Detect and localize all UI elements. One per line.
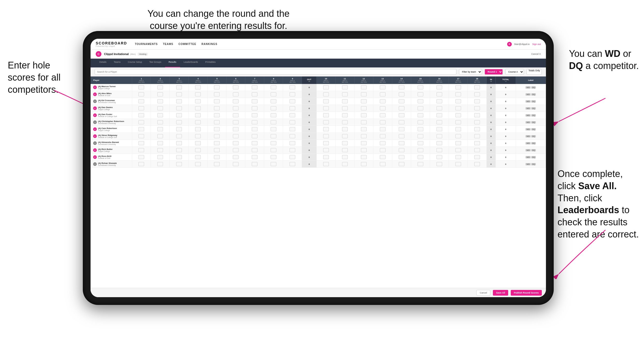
score-input-hole-6[interactable] — [233, 134, 239, 138]
score-input-hole-14[interactable] — [399, 162, 404, 166]
score-input-hole-9[interactable] — [290, 162, 295, 166]
score-hole-5[interactable] — [208, 105, 226, 112]
score-input-hole-11[interactable] — [342, 120, 348, 124]
score-hole-7[interactable] — [245, 84, 264, 91]
score-hole-17[interactable] — [449, 154, 468, 161]
score-input-hole-12[interactable] — [361, 162, 367, 166]
score-input-hole-4[interactable] — [195, 155, 201, 159]
score-hole-5[interactable] — [208, 126, 226, 133]
tab-printables[interactable]: Printables — [202, 59, 219, 67]
score-hole-9[interactable] — [283, 98, 302, 105]
score-input-hole-1[interactable] — [138, 92, 144, 96]
score-hole-16[interactable] — [430, 147, 449, 154]
score-input-hole-5[interactable] — [214, 120, 220, 124]
score-hole-11[interactable] — [335, 161, 354, 168]
score-input-hole-2[interactable] — [157, 134, 163, 138]
score-hole-5[interactable] — [208, 98, 226, 105]
score-hole-17[interactable] — [449, 140, 468, 147]
score-input-hole-14[interactable] — [399, 99, 404, 103]
score-input-hole-15[interactable] — [418, 113, 423, 117]
score-hole-9[interactable] — [283, 119, 302, 126]
score-hole-17[interactable] — [449, 98, 468, 105]
score-hole-12[interactable] — [354, 98, 373, 105]
score-input-hole-18[interactable] — [474, 92, 480, 96]
score-hole-2[interactable] — [151, 98, 170, 105]
score-hole-8[interactable] — [264, 98, 283, 105]
score-input-hole-16[interactable] — [436, 85, 442, 89]
score-input-hole-4[interactable] — [195, 148, 201, 152]
score-hole-13[interactable] — [373, 91, 392, 98]
score-hole-1[interactable] — [132, 119, 151, 126]
tab-course-setup[interactable]: Course Setup — [124, 59, 146, 67]
wd-button[interactable]: WD — [525, 149, 531, 151]
score-input-hole-15[interactable] — [418, 127, 423, 131]
score-input-hole-17[interactable] — [455, 148, 461, 152]
score-hole-12[interactable] — [354, 126, 373, 133]
score-hole-13[interactable] — [373, 147, 392, 154]
tournament-cancel[interactable]: Cancel X — [531, 53, 541, 55]
score-input-hole-18[interactable] — [474, 99, 480, 103]
score-input-hole-5[interactable] — [214, 162, 220, 166]
score-input-hole-9[interactable] — [290, 92, 295, 96]
score-hole-10[interactable] — [316, 91, 335, 98]
score-hole-10[interactable] — [316, 119, 335, 126]
score-hole-9[interactable] — [283, 91, 302, 98]
score-hole-18[interactable] — [468, 98, 486, 105]
score-input-hole-6[interactable] — [233, 141, 239, 145]
score-hole-4[interactable] — [189, 98, 208, 105]
score-input-hole-17[interactable] — [455, 141, 461, 145]
score-input-hole-11[interactable] — [342, 106, 348, 110]
score-input-hole-12[interactable] — [361, 127, 367, 131]
dq-button[interactable]: DQ — [531, 114, 536, 117]
score-hole-11[interactable] — [335, 119, 354, 126]
score-hole-4[interactable] — [189, 105, 208, 112]
score-hole-6[interactable] — [226, 105, 245, 112]
score-input-hole-1[interactable] — [138, 155, 144, 159]
score-input-hole-16[interactable] — [436, 92, 442, 96]
score-input-hole-14[interactable] — [399, 155, 404, 159]
score-hole-9[interactable] — [283, 140, 302, 147]
wd-button[interactable]: WD — [525, 135, 531, 137]
score-input-hole-2[interactable] — [157, 141, 163, 145]
score-input-hole-14[interactable] — [399, 134, 404, 138]
dq-button[interactable]: DQ — [531, 135, 536, 137]
score-input-hole-9[interactable] — [290, 99, 295, 103]
score-input-hole-6[interactable] — [233, 92, 239, 96]
score-input-hole-18[interactable] — [474, 162, 480, 166]
score-input-hole-14[interactable] — [399, 148, 404, 152]
score-input-hole-15[interactable] — [418, 162, 423, 166]
score-hole-15[interactable] — [411, 98, 430, 105]
score-hole-1[interactable] — [132, 91, 151, 98]
score-hole-2[interactable] — [151, 91, 170, 98]
score-hole-6[interactable] — [226, 112, 245, 119]
score-hole-5[interactable] — [208, 133, 226, 140]
score-input-hole-14[interactable] — [399, 92, 404, 96]
score-hole-10[interactable] — [316, 161, 335, 168]
score-hole-4[interactable] — [189, 147, 208, 154]
score-hole-10[interactable] — [316, 140, 335, 147]
score-hole-13[interactable] — [373, 105, 392, 112]
score-input-hole-10[interactable] — [323, 92, 329, 96]
score-input-hole-1[interactable] — [138, 162, 144, 166]
score-hole-17[interactable] — [449, 112, 468, 119]
totals-only-toggle[interactable]: Totals Only — [527, 69, 542, 75]
score-hole-3[interactable] — [170, 126, 189, 133]
score-hole-6[interactable] — [226, 147, 245, 154]
score-input-hole-13[interactable] — [380, 134, 386, 138]
score-input-hole-10[interactable] — [323, 127, 329, 131]
score-input-hole-1[interactable] — [138, 148, 144, 152]
score-hole-5[interactable] — [208, 84, 226, 91]
score-hole-15[interactable] — [411, 119, 430, 126]
score-input-hole-8[interactable] — [271, 148, 276, 152]
score-hole-3[interactable] — [170, 147, 189, 154]
score-input-hole-15[interactable] — [418, 134, 423, 138]
score-input-hole-11[interactable] — [342, 134, 348, 138]
score-input-hole-14[interactable] — [399, 120, 404, 124]
dq-button[interactable]: DQ — [531, 93, 536, 96]
score-hole-12[interactable] — [354, 84, 373, 91]
score-hole-17[interactable] — [449, 84, 468, 91]
score-input-hole-18[interactable] — [474, 85, 480, 89]
score-input-hole-9[interactable] — [290, 127, 295, 131]
score-input-hole-1[interactable] — [138, 120, 144, 124]
score-input-hole-16[interactable] — [436, 99, 442, 103]
